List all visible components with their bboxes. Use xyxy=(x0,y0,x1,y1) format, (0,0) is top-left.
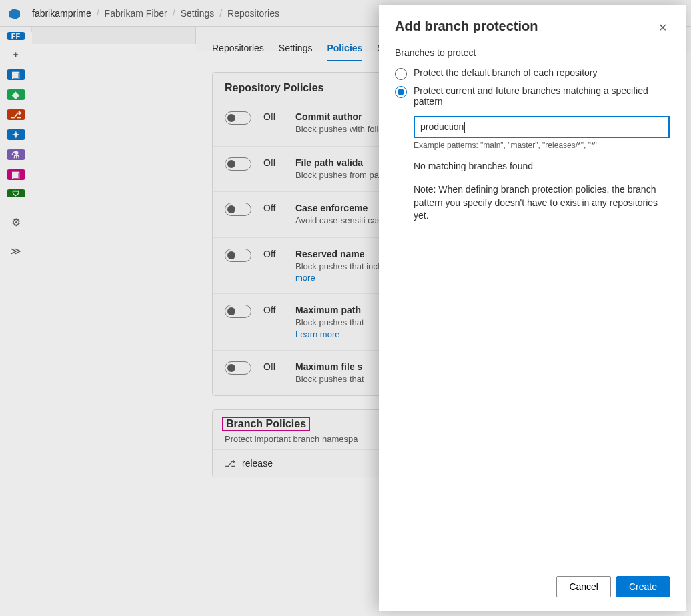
cancel-button[interactable]: Cancel xyxy=(556,576,611,597)
panel-title: Add branch protection xyxy=(395,19,538,34)
panel-footer: Cancel Create xyxy=(395,565,670,597)
radio-label: Protect current and future branches matc… xyxy=(414,85,670,107)
close-icon: ✕ xyxy=(658,22,667,33)
branches-to-protect-label: Branches to protect xyxy=(395,47,670,58)
radio-pattern-branch[interactable]: Protect current and future branches matc… xyxy=(395,83,670,109)
create-button[interactable]: Create xyxy=(616,576,670,597)
radio-default-branch[interactable]: Protect the default branch of each repos… xyxy=(395,65,670,83)
branch-protection-note: Note: When defining branch protection po… xyxy=(414,183,670,223)
no-matching-branches-text: No matching branches found xyxy=(414,161,670,171)
radio-label: Protect the default branch of each repos… xyxy=(414,67,598,78)
radio-icon xyxy=(395,68,407,80)
text-caret xyxy=(464,122,465,133)
close-button[interactable]: ✕ xyxy=(656,19,670,37)
add-branch-protection-panel: Add branch protection ✕ Branches to prot… xyxy=(379,5,686,611)
branch-pattern-input[interactable]: production xyxy=(414,116,670,138)
pattern-example-text: Example patterns: "main", "master", "rel… xyxy=(414,141,670,150)
radio-icon xyxy=(395,86,407,98)
